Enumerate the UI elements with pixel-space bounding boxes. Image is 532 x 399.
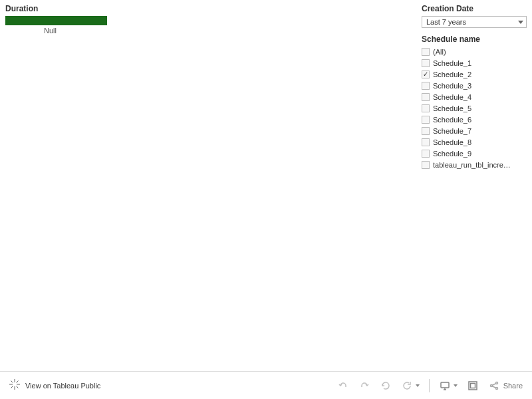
checkbox-icon xyxy=(422,161,430,169)
share-button[interactable]: Share xyxy=(488,380,523,392)
schedule-item[interactable]: Schedule_6 xyxy=(422,114,527,125)
schedule-item-label: Schedule_7 xyxy=(433,127,471,135)
toolbar-separator xyxy=(429,379,430,392)
schedule-name-title: Schedule name xyxy=(422,35,527,44)
view-on-tableau-link[interactable]: View on Tableau Public xyxy=(25,382,100,390)
filters-column: Creation Date Last 7 years Schedule name… xyxy=(422,4,527,367)
chevron-down-icon xyxy=(454,384,458,387)
creation-date-selected: Last 7 years xyxy=(426,18,466,26)
svg-line-17 xyxy=(492,386,495,388)
svg-line-4 xyxy=(11,381,13,383)
refresh-group[interactable] xyxy=(401,380,420,392)
creation-date-title: Creation Date xyxy=(422,4,527,13)
schedule-item-label: Schedule_9 xyxy=(433,150,471,158)
schedule-item[interactable]: Schedule_9 xyxy=(422,148,527,159)
checkbox-icon xyxy=(422,104,430,112)
schedule-item-label: Schedule_2 xyxy=(433,70,471,78)
schedule-item-label: Schedule_5 xyxy=(433,104,471,112)
schedule-item-label: Schedule_8 xyxy=(433,138,471,146)
schedule-item[interactable]: Schedule_1 xyxy=(422,58,527,68)
schedule-item-label: Schedule_3 xyxy=(433,82,471,90)
revert-icon[interactable] xyxy=(380,380,392,392)
download-group[interactable] xyxy=(439,380,458,392)
svg-line-7 xyxy=(17,381,19,383)
redo-icon[interactable] xyxy=(358,380,370,392)
schedule-item-label: (All) xyxy=(433,48,446,56)
tableau-logo-icon[interactable] xyxy=(9,379,20,392)
schedule-item[interactable]: Schedule_7 xyxy=(422,126,527,136)
null-axis-label: Null xyxy=(44,27,422,35)
schedule-item-label: Schedule_6 xyxy=(433,116,471,124)
schedule-item-label: Schedule_4 xyxy=(433,93,471,101)
toolbar-right: Share xyxy=(337,379,523,392)
checkbox-icon xyxy=(422,150,430,158)
svg-rect-12 xyxy=(470,383,475,388)
undo-icon[interactable] xyxy=(337,380,349,392)
schedule-item[interactable]: (All) xyxy=(422,47,527,57)
svg-point-13 xyxy=(490,384,492,386)
checkbox-icon xyxy=(422,70,430,78)
chevron-down-icon xyxy=(416,384,420,387)
share-label: Share xyxy=(503,382,523,390)
schedule-item[interactable]: Schedule_3 xyxy=(422,80,527,91)
fullscreen-icon[interactable] xyxy=(467,380,479,392)
schedule-item-label: tableau_run_tbl_incre… xyxy=(433,161,511,169)
toolbar: View on Tableau Public xyxy=(0,371,532,399)
schedule-item[interactable]: Schedule_4 xyxy=(422,92,527,102)
schedule-checklist: (All)Schedule_1Schedule_2Schedule_3Sched… xyxy=(422,47,527,170)
display-icon xyxy=(439,380,451,392)
checkbox-icon xyxy=(422,82,430,90)
creation-date-dropdown[interactable]: Last 7 years xyxy=(422,16,527,28)
svg-point-15 xyxy=(495,387,497,389)
checkbox-icon xyxy=(422,59,430,67)
svg-line-5 xyxy=(17,386,19,388)
schedule-item[interactable]: tableau_run_tbl_incre… xyxy=(422,160,527,170)
main-area: Duration Null Creation Date Last 7 years… xyxy=(0,0,532,371)
checkbox-icon xyxy=(422,93,430,101)
share-icon xyxy=(488,380,500,392)
schedule-item[interactable]: Schedule_5 xyxy=(422,103,527,114)
chart-column: Duration Null xyxy=(5,4,422,367)
schedule-item[interactable]: Schedule_8 xyxy=(422,137,527,148)
duration-bar[interactable] xyxy=(5,16,107,25)
schedule-item[interactable]: Schedule_2 xyxy=(422,69,527,80)
chevron-down-icon xyxy=(518,21,523,24)
svg-rect-8 xyxy=(441,382,449,388)
checkbox-icon xyxy=(422,138,430,146)
refresh-icon xyxy=(401,380,413,392)
checkbox-icon xyxy=(422,127,430,135)
checkbox-icon xyxy=(422,116,430,124)
svg-line-6 xyxy=(11,386,13,388)
toolbar-left: View on Tableau Public xyxy=(9,379,337,392)
schedule-item-label: Schedule_1 xyxy=(433,59,471,67)
checkbox-icon xyxy=(422,48,430,56)
svg-point-14 xyxy=(495,382,497,384)
svg-line-16 xyxy=(492,383,495,385)
duration-title: Duration xyxy=(5,4,422,13)
